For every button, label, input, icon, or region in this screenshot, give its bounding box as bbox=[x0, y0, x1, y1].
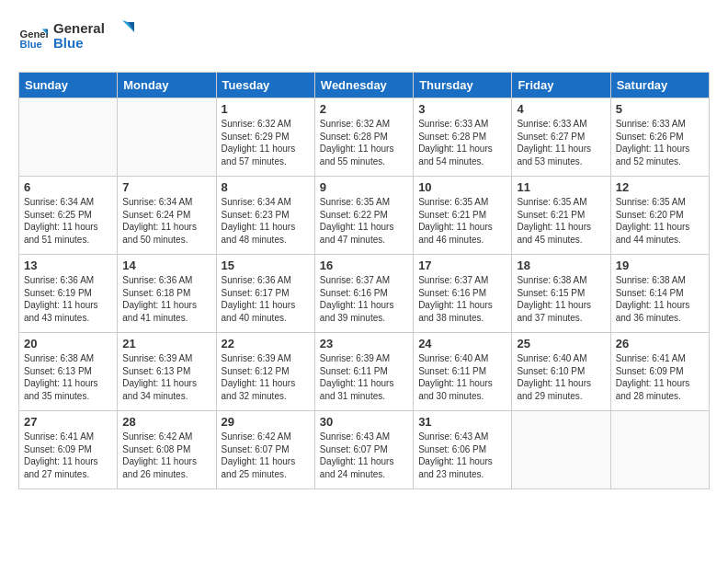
calendar-cell: 16Sunrise: 6:37 AMSunset: 6:16 PMDayligh… bbox=[314, 255, 413, 333]
day-number: 18 bbox=[517, 259, 605, 272]
logo: General Blue General Blue bbox=[18, 18, 136, 57]
calendar-cell: 1Sunrise: 6:32 AMSunset: 6:29 PMDaylight… bbox=[216, 98, 314, 177]
day-number: 10 bbox=[418, 180, 506, 194]
calendar-cell: 18Sunrise: 6:38 AMSunset: 6:15 PMDayligh… bbox=[512, 255, 610, 333]
day-details: Sunrise: 6:35 AMSunset: 6:21 PMDaylight:… bbox=[418, 196, 506, 246]
calendar-cell: 20Sunrise: 6:38 AMSunset: 6:13 PMDayligh… bbox=[19, 333, 118, 411]
svg-text:Blue: Blue bbox=[20, 39, 42, 50]
day-number: 29 bbox=[222, 415, 310, 429]
day-details: Sunrise: 6:35 AMSunset: 6:20 PMDaylight:… bbox=[616, 196, 704, 246]
day-number: 13 bbox=[24, 259, 112, 272]
weekday-header-wednesday: Wednesday bbox=[314, 73, 413, 98]
calendar-row: 20Sunrise: 6:38 AMSunset: 6:13 PMDayligh… bbox=[19, 333, 710, 411]
day-details: Sunrise: 6:38 AMSunset: 6:13 PMDaylight:… bbox=[24, 352, 112, 402]
weekday-header-row: SundayMondayTuesdayWednesdayThursdayFrid… bbox=[19, 73, 710, 98]
day-number: 20 bbox=[24, 337, 112, 350]
day-details: Sunrise: 6:39 AMSunset: 6:12 PMDaylight:… bbox=[222, 352, 310, 402]
calendar-cell: 15Sunrise: 6:36 AMSunset: 6:17 PMDayligh… bbox=[216, 255, 314, 333]
calendar-cell: 27Sunrise: 6:41 AMSunset: 6:09 PMDayligh… bbox=[19, 411, 118, 489]
day-details: Sunrise: 6:33 AMSunset: 6:28 PMDaylight:… bbox=[418, 118, 506, 167]
calendar-cell: 29Sunrise: 6:42 AMSunset: 6:07 PMDayligh… bbox=[216, 411, 314, 489]
day-details: Sunrise: 6:33 AMSunset: 6:26 PMDaylight:… bbox=[616, 118, 704, 167]
day-details: Sunrise: 6:33 AMSunset: 6:27 PMDaylight:… bbox=[517, 118, 605, 167]
calendar-cell: 21Sunrise: 6:39 AMSunset: 6:13 PMDayligh… bbox=[118, 333, 216, 411]
day-details: Sunrise: 6:39 AMSunset: 6:13 PMDaylight:… bbox=[122, 352, 210, 402]
calendar-cell bbox=[610, 411, 709, 489]
day-number: 1 bbox=[222, 102, 310, 116]
svg-text:Blue: Blue bbox=[53, 35, 84, 51]
day-details: Sunrise: 6:32 AMSunset: 6:29 PMDaylight:… bbox=[222, 118, 310, 167]
day-number: 2 bbox=[320, 102, 408, 116]
calendar-cell: 4Sunrise: 6:33 AMSunset: 6:27 PMDaylight… bbox=[512, 98, 610, 177]
day-details: Sunrise: 6:36 AMSunset: 6:19 PMDaylight:… bbox=[24, 274, 112, 324]
day-number: 19 bbox=[616, 259, 704, 272]
calendar-table: SundayMondayTuesdayWednesdayThursdayFrid… bbox=[18, 72, 710, 489]
day-number: 25 bbox=[517, 337, 605, 350]
day-number: 17 bbox=[418, 259, 506, 272]
day-details: Sunrise: 6:36 AMSunset: 6:17 PMDaylight:… bbox=[222, 274, 310, 324]
calendar-cell: 2Sunrise: 6:32 AMSunset: 6:28 PMDaylight… bbox=[314, 98, 413, 177]
day-number: 22 bbox=[222, 337, 310, 350]
calendar-cell: 26Sunrise: 6:41 AMSunset: 6:09 PMDayligh… bbox=[610, 333, 709, 411]
calendar-row: 6Sunrise: 6:34 AMSunset: 6:25 PMDaylight… bbox=[19, 177, 710, 255]
day-details: Sunrise: 6:40 AMSunset: 6:10 PMDaylight:… bbox=[517, 352, 605, 402]
calendar-cell: 14Sunrise: 6:36 AMSunset: 6:18 PMDayligh… bbox=[118, 255, 216, 333]
calendar-cell: 10Sunrise: 6:35 AMSunset: 6:21 PMDayligh… bbox=[414, 177, 512, 255]
calendar-cell: 5Sunrise: 6:33 AMSunset: 6:26 PMDaylight… bbox=[610, 98, 709, 177]
weekday-header-thursday: Thursday bbox=[414, 73, 512, 98]
day-number: 14 bbox=[122, 259, 210, 272]
day-details: Sunrise: 6:34 AMSunset: 6:24 PMDaylight:… bbox=[122, 196, 210, 246]
day-number: 9 bbox=[320, 180, 408, 194]
calendar-cell bbox=[19, 98, 118, 177]
day-number: 6 bbox=[24, 180, 112, 194]
day-details: Sunrise: 6:40 AMSunset: 6:11 PMDaylight:… bbox=[418, 352, 506, 402]
day-details: Sunrise: 6:38 AMSunset: 6:15 PMDaylight:… bbox=[517, 274, 605, 324]
calendar-cell: 6Sunrise: 6:34 AMSunset: 6:25 PMDaylight… bbox=[19, 177, 118, 255]
day-number: 15 bbox=[222, 259, 310, 272]
calendar-row: 27Sunrise: 6:41 AMSunset: 6:09 PMDayligh… bbox=[19, 411, 710, 489]
calendar-cell: 19Sunrise: 6:38 AMSunset: 6:14 PMDayligh… bbox=[610, 255, 709, 333]
day-details: Sunrise: 6:35 AMSunset: 6:22 PMDaylight:… bbox=[320, 196, 408, 246]
logo-icon: General Blue bbox=[18, 23, 48, 52]
calendar-cell: 30Sunrise: 6:43 AMSunset: 6:07 PMDayligh… bbox=[314, 411, 413, 489]
day-number: 7 bbox=[122, 180, 210, 194]
calendar-cell: 17Sunrise: 6:37 AMSunset: 6:16 PMDayligh… bbox=[414, 255, 512, 333]
day-details: Sunrise: 6:41 AMSunset: 6:09 PMDaylight:… bbox=[616, 352, 704, 402]
calendar-cell: 3Sunrise: 6:33 AMSunset: 6:28 PMDaylight… bbox=[414, 98, 512, 177]
calendar-cell: 12Sunrise: 6:35 AMSunset: 6:20 PMDayligh… bbox=[610, 177, 709, 255]
day-number: 27 bbox=[24, 415, 112, 429]
day-details: Sunrise: 6:42 AMSunset: 6:08 PMDaylight:… bbox=[122, 431, 210, 480]
calendar-cell: 31Sunrise: 6:43 AMSunset: 6:06 PMDayligh… bbox=[414, 411, 512, 489]
calendar-row: 1Sunrise: 6:32 AMSunset: 6:29 PMDaylight… bbox=[19, 98, 710, 177]
day-details: Sunrise: 6:36 AMSunset: 6:18 PMDaylight:… bbox=[122, 274, 210, 324]
weekday-header-friday: Friday bbox=[512, 73, 610, 98]
day-number: 12 bbox=[616, 180, 704, 194]
calendar-cell: 8Sunrise: 6:34 AMSunset: 6:23 PMDaylight… bbox=[216, 177, 314, 255]
day-number: 26 bbox=[616, 337, 704, 350]
day-number: 8 bbox=[222, 180, 310, 194]
day-details: Sunrise: 6:37 AMSunset: 6:16 PMDaylight:… bbox=[320, 274, 408, 324]
calendar-cell: 22Sunrise: 6:39 AMSunset: 6:12 PMDayligh… bbox=[216, 333, 314, 411]
day-details: Sunrise: 6:32 AMSunset: 6:28 PMDaylight:… bbox=[320, 118, 408, 167]
calendar-cell: 7Sunrise: 6:34 AMSunset: 6:24 PMDaylight… bbox=[118, 177, 216, 255]
day-details: Sunrise: 6:38 AMSunset: 6:14 PMDaylight:… bbox=[616, 274, 704, 324]
day-number: 16 bbox=[320, 259, 408, 272]
day-details: Sunrise: 6:41 AMSunset: 6:09 PMDaylight:… bbox=[24, 431, 112, 480]
day-details: Sunrise: 6:34 AMSunset: 6:25 PMDaylight:… bbox=[24, 196, 112, 246]
calendar-cell: 25Sunrise: 6:40 AMSunset: 6:10 PMDayligh… bbox=[512, 333, 610, 411]
day-number: 3 bbox=[418, 102, 506, 116]
calendar-cell bbox=[512, 411, 610, 489]
weekday-header-monday: Monday bbox=[118, 73, 216, 98]
calendar-cell: 28Sunrise: 6:42 AMSunset: 6:08 PMDayligh… bbox=[118, 411, 216, 489]
day-details: Sunrise: 6:35 AMSunset: 6:21 PMDaylight:… bbox=[517, 196, 605, 246]
calendar-cell: 9Sunrise: 6:35 AMSunset: 6:22 PMDaylight… bbox=[314, 177, 413, 255]
day-number: 24 bbox=[418, 337, 506, 350]
day-details: Sunrise: 6:42 AMSunset: 6:07 PMDaylight:… bbox=[222, 431, 310, 480]
weekday-header-saturday: Saturday bbox=[610, 73, 709, 98]
day-details: Sunrise: 6:34 AMSunset: 6:23 PMDaylight:… bbox=[222, 196, 310, 246]
calendar-row: 13Sunrise: 6:36 AMSunset: 6:19 PMDayligh… bbox=[19, 255, 710, 333]
day-details: Sunrise: 6:43 AMSunset: 6:06 PMDaylight:… bbox=[418, 431, 506, 480]
weekday-header-tuesday: Tuesday bbox=[216, 73, 314, 98]
logo-svg: General Blue bbox=[53, 18, 136, 53]
day-number: 11 bbox=[517, 180, 605, 194]
